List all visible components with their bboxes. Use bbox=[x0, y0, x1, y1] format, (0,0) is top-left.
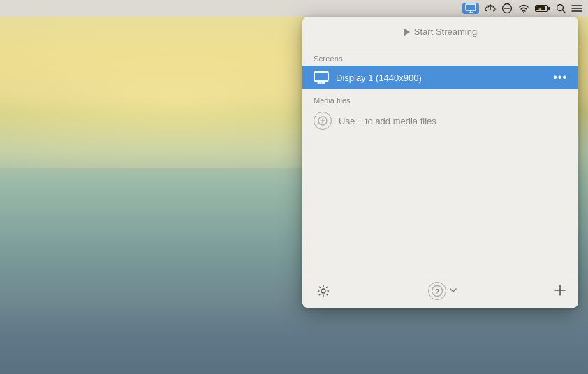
svg-rect-15 bbox=[314, 72, 328, 81]
svg-rect-8 bbox=[548, 7, 550, 10]
svg-point-22 bbox=[321, 289, 325, 293]
panel-content-area bbox=[302, 141, 578, 274]
play-icon bbox=[404, 28, 410, 36]
display-1-item[interactable]: Display 1 (1440x900) ••• bbox=[302, 66, 578, 89]
battery-icon: ⚡ bbox=[535, 4, 550, 13]
streaming-panel: Start Streaming Screens Display 1 (1440x… bbox=[302, 17, 578, 308]
help-button[interactable]: ? bbox=[428, 282, 446, 300]
wifi-icon[interactable] bbox=[518, 3, 529, 13]
menubar: ⚡ bbox=[0, 0, 588, 17]
svg-rect-0 bbox=[466, 4, 476, 10]
control-center-icon[interactable] bbox=[571, 3, 582, 13]
media-add-hint: Use + to add media files bbox=[302, 109, 578, 141]
add-media-circle-icon bbox=[314, 112, 332, 130]
settings-button[interactable] bbox=[314, 281, 333, 301]
monitor-icon bbox=[314, 71, 329, 84]
menubar-icons: ⚡ bbox=[462, 3, 582, 14]
chevron-down-icon[interactable] bbox=[448, 287, 459, 295]
display-1-name: Display 1 (1440x900) bbox=[336, 73, 546, 83]
upload-cloud-icon[interactable] bbox=[485, 3, 496, 13]
svg-point-5 bbox=[523, 12, 524, 13]
svg-text:⚡: ⚡ bbox=[538, 7, 543, 12]
panel-header[interactable]: Start Streaming bbox=[302, 17, 578, 47]
panel-footer: ? bbox=[302, 274, 578, 308]
media-hint-text: Use + to add media files bbox=[339, 116, 436, 126]
add-button[interactable] bbox=[553, 283, 567, 299]
screen-share-icon[interactable] bbox=[462, 3, 479, 14]
footer-right bbox=[553, 283, 567, 299]
svg-line-11 bbox=[563, 10, 566, 13]
screens-section-label: Screens bbox=[302, 47, 578, 66]
spotlight-search-icon[interactable] bbox=[556, 3, 566, 13]
start-streaming-label: Start Streaming bbox=[414, 27, 477, 37]
donotdisturb-icon[interactable] bbox=[501, 3, 513, 14]
media-files-section-label: Media files bbox=[302, 89, 578, 109]
footer-center: ? bbox=[428, 282, 459, 300]
svg-text:?: ? bbox=[434, 288, 439, 296]
display-1-more-button[interactable]: ••• bbox=[553, 71, 567, 84]
footer-left bbox=[314, 281, 333, 301]
